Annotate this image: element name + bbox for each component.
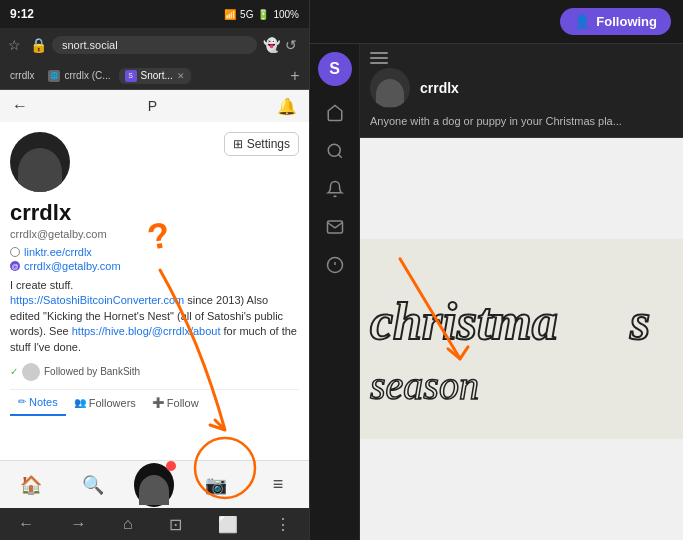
followed-by-text: Followed by BankSith — [44, 366, 140, 377]
camera-icon: 📷 — [205, 474, 227, 496]
home-browser-icon[interactable]: ⌂ — [123, 515, 133, 533]
snort-sidebar: S — [310, 44, 360, 540]
tab-following[interactable]: ➕ Follow — [144, 390, 207, 416]
menu-nav[interactable]: ≡ — [258, 467, 298, 503]
snort-messages-nav[interactable] — [318, 212, 352, 246]
snort-content: crrdlx Anyone with a dog or puppy in you… — [360, 44, 683, 540]
christmas-image: christma s season — [360, 138, 683, 540]
snort-profile-top — [370, 52, 673, 64]
snort-mail-icon — [326, 218, 344, 241]
browser-chrome: ☆ 🔒 snort.social 👻 ↺ — [0, 28, 309, 62]
check-icon: ✓ — [10, 366, 18, 377]
tab-crrdlx2[interactable]: 🌐 crrdlx (C... — [42, 68, 116, 84]
tab-followers-label: Followers — [89, 397, 136, 409]
snort-info-nav[interactable] — [318, 250, 352, 284]
tab-notes-label: Notes — [29, 396, 58, 408]
snort-logo[interactable]: S — [318, 52, 352, 86]
profile-silhouette — [139, 475, 169, 505]
tab-label: crrdlx — [10, 70, 34, 81]
linktree-url: linktr.ee/crrdlx — [24, 246, 92, 258]
tab-notes[interactable]: ✏ Notes — [10, 390, 66, 416]
search-icon: 🔍 — [82, 474, 104, 496]
tab-following-label: Follow — [167, 397, 199, 409]
tab-snort[interactable]: S Snort... ✕ — [119, 68, 191, 84]
bell-icon[interactable]: 🔔 — [277, 97, 297, 116]
svg-line-3 — [338, 154, 341, 157]
followers-icon: 👥 — [74, 397, 86, 408]
battery-level: 100% — [273, 9, 299, 20]
profile-links: linktr.ee/crrdlx @ crrdlx@getalby.com — [10, 246, 299, 272]
refresh-icon[interactable]: ↺ — [285, 37, 301, 53]
svg-text:christma: christma — [370, 293, 558, 350]
settings-button[interactable]: ⊞ Settings — [224, 132, 299, 156]
snort-profile-card: crrdlx Anyone with a dog or puppy in you… — [360, 44, 683, 138]
tab-favicon-crrdlx2: 🌐 — [48, 70, 60, 82]
status-time: 9:12 — [10, 7, 34, 21]
tab-crrdlx[interactable]: crrdlx — [4, 68, 40, 83]
add-tab-button[interactable]: + — [285, 66, 305, 86]
hive-link[interactable]: https://hive.blog/@crrdlx/about — [72, 325, 221, 337]
username: crrdlx — [10, 200, 299, 226]
follow-icon: ➕ — [152, 397, 164, 408]
link-linktree[interactable]: linktr.ee/crrdlx — [10, 246, 299, 258]
browser-bottom-bar: ← → ⌂ ⊡ ⬜ ⋮ — [0, 508, 309, 540]
svg-text:s: s — [629, 293, 650, 350]
followed-by: ✓ Followed by BankSith — [10, 363, 299, 381]
settings-label: Settings — [247, 137, 290, 151]
pencil-icon: ✏ — [18, 396, 26, 407]
satoshi-link[interactable]: https://SatoshiBitcoinConverter.com — [10, 294, 184, 306]
tab-favicon-snort: S — [125, 70, 137, 82]
avatar — [10, 132, 70, 192]
signal-icon: 📶 — [224, 9, 236, 20]
snort-search-icon — [326, 142, 344, 165]
lock-icon: 🔒 — [30, 37, 46, 53]
bottom-nav: 🏠 🔍 📷 ≡ — [0, 460, 309, 508]
network-type: 5G — [240, 9, 253, 20]
page-nav-title: P — [148, 98, 157, 114]
user-email: crrdlx@getalby.com — [10, 228, 299, 240]
home-icon: 🏠 — [20, 474, 42, 496]
forward-browser-icon[interactable]: → — [71, 515, 87, 533]
search-nav[interactable]: 🔍 — [73, 467, 113, 503]
home-nav[interactable]: 🏠 — [11, 467, 51, 503]
back-browser-icon[interactable]: ← — [18, 515, 34, 533]
right-panel: 👤 Following S — [310, 0, 683, 540]
active-profile-button[interactable] — [134, 463, 174, 507]
url-bar[interactable]: snort.social — [52, 36, 257, 54]
snort-username: crrdlx — [420, 80, 459, 96]
tabs-bar: crrdlx 🌐 crrdlx (C... S Snort... ✕ + — [0, 62, 309, 90]
snort-search-nav[interactable] — [318, 136, 352, 170]
star-icon[interactable]: ☆ — [8, 37, 24, 53]
tab-close-snort[interactable]: ✕ — [177, 71, 185, 81]
page-nav: ← P 🔔 — [0, 90, 309, 122]
bio-text: I create stuff. https://SatoshiBitcoinCo… — [10, 278, 299, 355]
follower-avatar — [22, 363, 40, 381]
snort-notifications-nav[interactable] — [318, 174, 352, 208]
status-bar: 9:12 📶 5G 🔋 100% — [0, 0, 309, 28]
snort-bio: Anyone with a dog or puppy in your Chris… — [370, 114, 673, 129]
tab-followers[interactable]: 👥 Followers — [66, 390, 144, 416]
tabs-browser-icon[interactable]: ⬜ — [218, 515, 238, 534]
avatar-silhouette — [18, 148, 62, 192]
ghost-icon[interactable]: 👻 — [263, 37, 279, 53]
profile-nav[interactable] — [134, 467, 174, 503]
overflow-browser-icon[interactable]: ⋮ — [275, 515, 291, 534]
bookmark-browser-icon[interactable]: ⊡ — [169, 515, 182, 534]
snort-home-nav[interactable] — [318, 98, 352, 132]
link-email[interactable]: @ crrdlx@getalby.com — [10, 260, 299, 272]
snort-avatar — [370, 68, 410, 108]
camera-nav[interactable]: 📷 — [196, 467, 236, 503]
back-button[interactable]: ← — [12, 97, 28, 115]
follow-button[interactable]: 👤 Following — [560, 8, 671, 35]
url-text: snort.social — [62, 39, 118, 51]
hamburger-line-3 — [370, 62, 388, 64]
menu-icon: ≡ — [273, 474, 284, 495]
hamburger-line-1 — [370, 52, 388, 54]
svg-point-2 — [328, 144, 340, 156]
christmas-svg: christma s season — [360, 138, 683, 540]
globe-icon — [10, 247, 20, 257]
hamburger-menu[interactable] — [370, 52, 388, 64]
follow-label: Following — [596, 14, 657, 29]
tab-label-2: crrdlx (C... — [64, 70, 110, 81]
snort-info-icon — [326, 256, 344, 279]
